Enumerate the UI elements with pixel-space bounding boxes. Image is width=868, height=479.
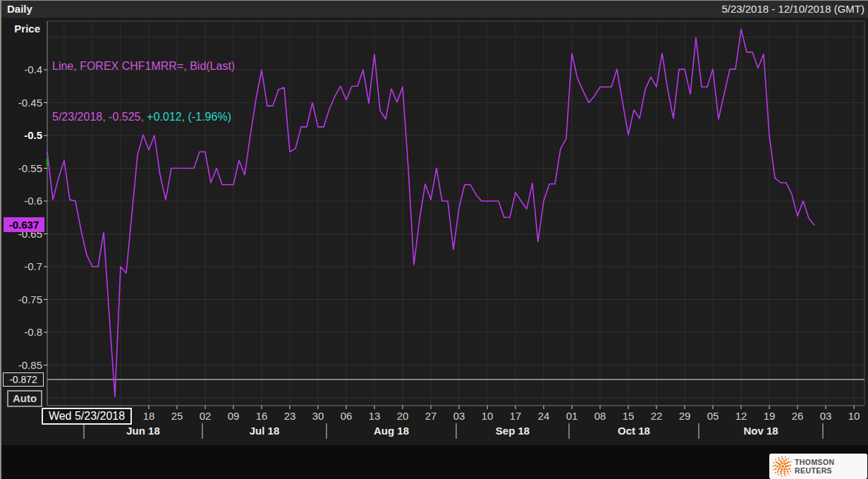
logo-dot (783, 463, 786, 465)
logo-dot (778, 474, 779, 475)
x-tick-label: 12 (729, 410, 753, 422)
logo-dot (781, 456, 783, 458)
y-tick-label: -0.8 (1, 326, 42, 338)
legend-series-label: Line, FOREX CHF1MRR=, Bid(Last) (52, 58, 235, 75)
month-label: Jul 18 (240, 425, 289, 437)
x-tick-label: 03 (447, 410, 471, 422)
bottom-strip (1, 445, 868, 479)
logo-dot (778, 457, 779, 459)
x-tick-label: 20 (391, 410, 415, 422)
x-tick-label: 23 (278, 410, 302, 422)
logo-dot (783, 473, 786, 475)
logo-dot (776, 466, 778, 468)
logo-dot (780, 460, 782, 462)
logo-dot (775, 468, 777, 471)
logo-dot (775, 472, 776, 473)
y-tick-label: -0.75 (1, 293, 42, 305)
x-tick-label: 27 (419, 410, 443, 422)
y-tick-label: -0.6 (1, 195, 42, 207)
logo-dot (778, 459, 781, 461)
x-tick-label: 13 (362, 410, 386, 422)
x-tick-label: 15 (616, 410, 640, 422)
logo-dot (786, 468, 788, 471)
x-tick-label: 25 (165, 410, 189, 422)
x-tick-label: 10 (842, 410, 866, 422)
logo-dot (781, 465, 784, 468)
logo-dot (781, 475, 783, 476)
y-tick-label: -0.4 (1, 63, 42, 75)
thomson-reuters-wordmark: THOMSON REUTERS (795, 458, 867, 475)
logo-dot (788, 473, 789, 475)
month-label: Jun 18 (118, 425, 168, 437)
logo-dot (788, 461, 790, 463)
x-tick-label: 19 (757, 410, 781, 422)
y-tick-label: -0.7 (1, 260, 42, 272)
x-tick-label: 10 (475, 410, 499, 422)
logo-dot (774, 465, 776, 467)
logo-dot (778, 468, 780, 471)
logo-dot (786, 462, 788, 464)
x-tick-label: 26 (786, 410, 809, 422)
logo-dot (788, 458, 789, 459)
logo-dot (785, 475, 786, 476)
x-tick-label: 29 (673, 410, 697, 422)
legend-date-value: 5/23/2018, -0.525, (52, 111, 147, 123)
y-tick-label: -0.45 (1, 97, 42, 109)
y-tick-label: -0.5 (1, 129, 42, 141)
logo-dot (787, 465, 789, 467)
logo-dot (787, 471, 789, 473)
month-label: Aug 18 (367, 425, 416, 437)
auto-scale-button[interactable]: Auto (7, 390, 42, 407)
chart-legend: Line, FOREX CHF1MRR=, Bid(Last) 5/23/201… (52, 24, 235, 159)
x-tick-label: 17 (503, 410, 527, 422)
month-label: Sep 18 (488, 425, 537, 437)
x-tick-label: 06 (334, 410, 358, 422)
x-tick-label: 01 (560, 410, 584, 422)
y-tick-label: -0.55 (1, 162, 42, 174)
logo-dot (783, 471, 786, 473)
logo-dot (780, 471, 782, 473)
logo-dot (778, 466, 781, 468)
x-tick-label: 02 (193, 410, 217, 422)
x-tick-label: 09 (221, 410, 245, 422)
thomson-reuters-logo: THOMSON REUTERS (769, 454, 867, 479)
month-label: Oct 18 (609, 425, 659, 437)
logo-dot (781, 462, 783, 464)
chart-window: Daily 5/23/2018 - 12/10/2018 (GMT) Price… (0, 0, 868, 479)
x-tick-label: 22 (644, 410, 668, 422)
logo-dot (780, 473, 782, 475)
logo-dot (785, 465, 787, 467)
first-date-marker[interactable]: Wed 5/23/2018 (42, 408, 132, 425)
thomson-reuters-sunburst-icon (769, 454, 791, 478)
x-tick-label: 18 (137, 410, 161, 422)
logo-dot (773, 462, 774, 463)
logo-dot (776, 461, 778, 463)
y-tick-label: -0.85 (1, 359, 42, 371)
logo-dot (782, 458, 784, 460)
last-price-badge: -0.637 (4, 217, 44, 232)
logo-dot (783, 460, 786, 462)
x-tick-label: 16 (250, 410, 274, 422)
x-tick-label: 08 (588, 410, 612, 422)
legend-change-value: +0.012, (-1.96%) (147, 111, 231, 123)
logo-dot (773, 466, 774, 467)
logo-dot (777, 471, 779, 473)
logo-dot (775, 459, 776, 461)
logo-dot (790, 471, 791, 472)
logo-dot (773, 469, 774, 471)
x-tick-label: 24 (532, 410, 556, 422)
logo-dot (781, 468, 783, 471)
x-tick-label: 03 (814, 410, 838, 422)
logo-dot (783, 468, 786, 470)
x-tick-label: 05 (701, 410, 725, 422)
level-line-label[interactable]: -0.872 (3, 372, 44, 387)
axis-marker-green (47, 159, 49, 166)
logo-dot (789, 464, 791, 466)
y-axis-title: Price (1, 23, 40, 35)
logo-dot (785, 456, 786, 458)
logo-dot (777, 462, 779, 464)
logo-dot (789, 468, 791, 470)
logo-dot (790, 461, 792, 462)
logo-dot (785, 459, 787, 461)
x-tick-label: 30 (306, 410, 330, 422)
